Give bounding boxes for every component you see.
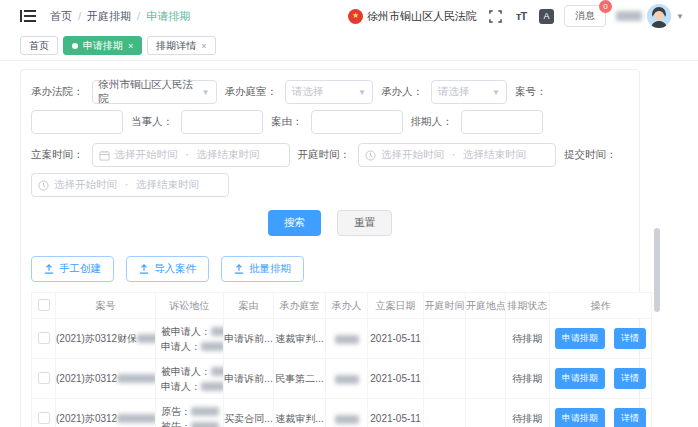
upload-icon bbox=[234, 264, 244, 274]
col-dept: 承办庭室 bbox=[274, 293, 326, 319]
chevron-down-icon: ▼ bbox=[202, 88, 210, 97]
col-court-place: 开庭地点 bbox=[466, 293, 506, 319]
cause-input[interactable] bbox=[311, 110, 403, 134]
breadcrumb-separator: / bbox=[137, 10, 140, 22]
scheduler-input[interactable] bbox=[461, 110, 543, 134]
col-status: 排期状态 bbox=[506, 293, 550, 319]
close-icon[interactable]: × bbox=[128, 41, 133, 51]
import-cases-button[interactable]: 导入案件 bbox=[126, 256, 209, 282]
batch-schedule-button[interactable]: 批量排期 bbox=[221, 256, 304, 282]
judge-redacted bbox=[335, 335, 359, 344]
col-judge: 承办人 bbox=[326, 293, 368, 319]
status-badge: 待排期 bbox=[506, 359, 550, 399]
search-button[interactable]: 搜索 bbox=[268, 210, 321, 236]
fullscreen-icon[interactable] bbox=[487, 8, 503, 24]
judge-redacted bbox=[335, 375, 359, 384]
chevron-down-icon: ▼ bbox=[358, 88, 366, 97]
font-size-icon[interactable]: ᴛT bbox=[513, 8, 529, 24]
party-input[interactable] bbox=[181, 110, 263, 134]
tab-apply-scheduling[interactable]: 申请排期 × bbox=[63, 36, 142, 55]
col-court-time: 开庭时间 bbox=[424, 293, 466, 319]
submit-time-label: 提交时间： bbox=[564, 148, 617, 162]
username-redacted bbox=[616, 11, 642, 21]
row-checkbox[interactable] bbox=[38, 372, 50, 384]
scheduler-label: 排期人： bbox=[411, 115, 453, 129]
breadcrumb-separator: / bbox=[78, 10, 81, 22]
national-emblem-icon: ★ bbox=[348, 9, 363, 24]
submit-time-range-picker[interactable]: 选择开始时间 ・ 选择结束时间 bbox=[31, 173, 229, 197]
top-header: 首页 / 开庭排期 / 申请排期 ★ 徐州市铜山区人民法院 ᴛT A 消息 0 bbox=[0, 0, 698, 32]
cases-table: 案号 诉讼地位 案由 承办庭室 承办人 立案日期 开庭时间 开庭地点 排期状态 … bbox=[31, 292, 652, 427]
breadcrumb-home[interactable]: 首页 bbox=[50, 9, 72, 24]
apply-schedule-button[interactable]: 申请排期 bbox=[555, 408, 605, 427]
table-row: (2021)苏0312 被申请人： 申请人： 申请诉前... 民事第二... 2… bbox=[32, 359, 652, 399]
party-label: 当事人： bbox=[131, 115, 173, 129]
col-filing-date: 立案日期 bbox=[368, 293, 424, 319]
col-cause: 案由 bbox=[224, 293, 274, 319]
court-select[interactable]: 徐州市铜山区人民法院▼ bbox=[92, 80, 217, 104]
detail-button[interactable]: 详情 bbox=[614, 328, 646, 349]
breadcrumb-scheduling[interactable]: 开庭排期 bbox=[87, 9, 131, 24]
active-dot bbox=[72, 43, 78, 49]
apply-schedule-button[interactable]: 申请排期 bbox=[555, 368, 605, 389]
col-actions: 操作 bbox=[550, 293, 652, 319]
case-no-input[interactable] bbox=[31, 110, 123, 134]
chevron-down-icon: ▼ bbox=[676, 12, 684, 21]
detail-button[interactable]: 详情 bbox=[614, 368, 646, 389]
row-checkbox[interactable] bbox=[38, 332, 50, 344]
clock-icon bbox=[38, 180, 49, 191]
upload-icon bbox=[139, 264, 149, 274]
message-badge: 0 bbox=[599, 0, 612, 13]
judge-select[interactable]: 请选择▼ bbox=[431, 80, 507, 104]
reset-button[interactable]: 重置 bbox=[337, 210, 392, 236]
court-name: ★ 徐州市铜山区人民法院 bbox=[348, 9, 477, 24]
menu-fold-icon[interactable] bbox=[20, 9, 36, 23]
chevron-down-icon: ▼ bbox=[492, 88, 500, 97]
clock-icon bbox=[365, 150, 376, 161]
row-checkbox[interactable] bbox=[38, 412, 50, 424]
language-icon[interactable]: A bbox=[539, 9, 554, 24]
court-time-range-picker[interactable]: 选择开始时间 ・ 选择结束时间 bbox=[358, 143, 556, 167]
judge-select-label: 承办人： bbox=[381, 85, 423, 99]
vertical-scrollbar[interactable] bbox=[654, 228, 660, 312]
table-header-row: 案号 诉讼地位 案由 承办庭室 承办人 立案日期 开庭时间 开庭地点 排期状态 … bbox=[32, 293, 652, 319]
breadcrumb-current: 申请排期 bbox=[146, 9, 190, 24]
dept-select[interactable]: 请选择▼ bbox=[285, 80, 373, 104]
table-row: (2021)苏0312 原告： 被告： 买卖合同... 速裁审判... 2021… bbox=[32, 399, 652, 427]
close-icon[interactable]: × bbox=[201, 41, 206, 51]
col-role: 诉讼地位 bbox=[156, 293, 224, 319]
messages-button[interactable]: 消息 0 bbox=[564, 5, 606, 27]
select-all-checkbox[interactable] bbox=[38, 299, 50, 311]
calendar-icon bbox=[99, 150, 110, 161]
table-row: (2021)苏0312财保 被申请人： 申请人： 申请诉前... 速裁审判...… bbox=[32, 319, 652, 359]
breadcrumb: 首页 / 开庭排期 / 申请排期 bbox=[50, 9, 190, 24]
judge-redacted bbox=[335, 415, 359, 424]
status-badge: 待排期 bbox=[506, 319, 550, 359]
apply-schedule-button[interactable]: 申请排期 bbox=[555, 328, 605, 349]
status-badge: 待排期 bbox=[506, 399, 550, 427]
court-select-label: 承办法院： bbox=[31, 85, 84, 99]
tab-bar: 首页 申请排期 × 排期详情 × bbox=[0, 32, 698, 61]
upload-icon bbox=[44, 264, 54, 274]
cause-label: 案由： bbox=[271, 115, 303, 129]
case-no-label: 案号： bbox=[515, 85, 547, 99]
col-case-no: 案号 bbox=[56, 293, 156, 319]
filing-time-range-picker[interactable]: 选择开始时间 ・ 选择结束时间 bbox=[92, 143, 290, 167]
dept-select-label: 承办庭室： bbox=[225, 85, 278, 99]
tab-schedule-detail[interactable]: 排期详情 × bbox=[147, 36, 215, 55]
detail-button[interactable]: 详情 bbox=[614, 408, 646, 427]
main-card: 承办法院： 徐州市铜山区人民法院▼ 承办庭室： 请选择▼ 承办人： 请选择▼ 案… bbox=[20, 69, 640, 427]
user-menu[interactable]: ▼ bbox=[616, 4, 684, 28]
filing-time-label: 立案时间： bbox=[31, 148, 84, 162]
tab-home[interactable]: 首页 bbox=[20, 36, 58, 55]
avatar bbox=[647, 4, 671, 28]
manual-create-button[interactable]: 手工创建 bbox=[31, 256, 114, 282]
court-time-label: 开庭时间： bbox=[298, 148, 351, 162]
